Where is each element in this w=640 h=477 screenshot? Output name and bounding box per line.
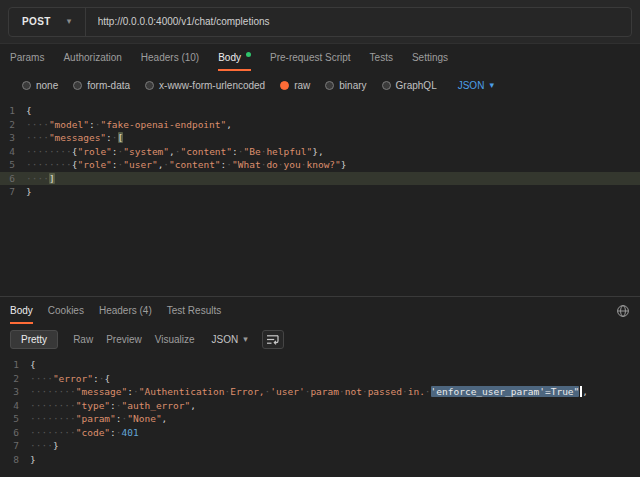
method-select[interactable]: POST ▾ bbox=[9, 8, 86, 36]
tab-body[interactable]: Body bbox=[218, 44, 251, 71]
line-number: 5 bbox=[0, 158, 26, 172]
code-line[interactable]: 3····"messages":·[ bbox=[0, 131, 640, 145]
code-line[interactable]: 6········"code":·401 bbox=[0, 426, 640, 440]
response-tab-cookies[interactable]: Cookies bbox=[48, 297, 84, 324]
wrap-lines-button[interactable] bbox=[262, 330, 284, 349]
postman-window: POST ▾ Params Authorization Headers (10)… bbox=[0, 0, 640, 477]
tab-label: Body bbox=[10, 305, 33, 316]
code-line[interactable]: 2····"model":·"fake-openai-endpoint", bbox=[0, 118, 640, 132]
request-tabs: Params Authorization Headers (10) Body P… bbox=[0, 44, 640, 71]
line-number: 7 bbox=[0, 185, 26, 199]
radio-selected-icon bbox=[280, 81, 289, 90]
code-line[interactable]: 7} bbox=[0, 185, 640, 199]
tab-pre-request-script[interactable]: Pre-request Script bbox=[270, 44, 351, 71]
response-tab-headers[interactable]: Headers (4) bbox=[99, 297, 152, 324]
radio-icon bbox=[325, 81, 334, 90]
tab-label: Tests bbox=[370, 52, 393, 63]
tab-params[interactable]: Params bbox=[10, 44, 44, 71]
code-line[interactable]: 1{ bbox=[0, 358, 640, 372]
tab-headers[interactable]: Headers (10) bbox=[141, 44, 199, 71]
bodytype-graphql[interactable]: GraphQL bbox=[382, 80, 437, 91]
bodytype-x-www-form-urlencoded[interactable]: x-www-form-urlencoded bbox=[145, 80, 265, 91]
view-label: Visualize bbox=[155, 334, 195, 345]
chevron-down-icon: ▾ bbox=[489, 81, 494, 90]
spacer bbox=[236, 297, 616, 324]
tab-label: Pre-request Script bbox=[270, 52, 351, 63]
radio-label: binary bbox=[339, 80, 366, 91]
tab-label: Authorization bbox=[63, 52, 121, 63]
code-line[interactable]: 5········"param":·"None", bbox=[0, 412, 640, 426]
radio-label: none bbox=[36, 80, 58, 91]
request-body-editor[interactable]: 1{2····"model":·"fake-openai-endpoint",3… bbox=[0, 100, 640, 296]
body-type-bar: none form-data x-www-form-urlencoded raw… bbox=[0, 71, 640, 100]
line-number: 8 bbox=[0, 453, 30, 467]
radio-icon bbox=[382, 81, 391, 90]
view-label: Raw bbox=[73, 334, 93, 345]
language-label: JSON bbox=[458, 80, 485, 91]
view-preview-button[interactable]: Preview bbox=[106, 331, 142, 348]
response-tabs: Body Cookies Headers (4) Test Results bbox=[0, 296, 640, 324]
tab-label: Test Results bbox=[167, 305, 221, 316]
line-number: 4 bbox=[0, 399, 30, 413]
tab-tests[interactable]: Tests bbox=[370, 44, 393, 71]
bodytype-none[interactable]: none bbox=[22, 80, 58, 91]
chevron-down-icon: ▾ bbox=[243, 335, 248, 344]
method-label: POST bbox=[22, 16, 51, 27]
code-line[interactable]: 3········"message":·"Authentication·Erro… bbox=[0, 385, 640, 399]
line-number: 1 bbox=[0, 104, 26, 118]
line-number: 3 bbox=[0, 385, 30, 399]
response-toolbar: Pretty Raw Preview Visualize JSON ▾ bbox=[0, 324, 640, 354]
view-label: Preview bbox=[106, 334, 142, 345]
chevron-down-icon: ▾ bbox=[67, 17, 72, 26]
url-control: POST ▾ bbox=[8, 7, 632, 37]
wrap-lines-icon bbox=[266, 334, 279, 345]
language-label: JSON bbox=[212, 334, 239, 345]
url-input[interactable] bbox=[86, 16, 631, 27]
request-language-select[interactable]: JSON ▾ bbox=[458, 80, 494, 91]
code-line[interactable]: 6····] bbox=[0, 172, 640, 186]
line-number: 2 bbox=[0, 372, 30, 386]
response-body-editor[interactable]: 1{2····"error":·{3········"message":·"Au… bbox=[0, 354, 640, 477]
view-pretty-button[interactable]: Pretty bbox=[10, 330, 58, 349]
code-line[interactable]: 1{ bbox=[0, 104, 640, 118]
line-number: 6 bbox=[0, 172, 26, 186]
response-language-select[interactable]: JSON ▾ bbox=[212, 334, 248, 345]
line-number: 6 bbox=[0, 426, 30, 440]
tab-authorization[interactable]: Authorization bbox=[63, 44, 121, 71]
tab-label: Headers (4) bbox=[99, 305, 152, 316]
radio-label: raw bbox=[294, 80, 310, 91]
response-tab-test-results[interactable]: Test Results bbox=[167, 297, 221, 324]
view-raw-button[interactable]: Raw bbox=[73, 331, 93, 348]
view-visualize-button[interactable]: Visualize bbox=[155, 331, 195, 348]
line-number: 3 bbox=[0, 131, 26, 145]
tab-settings[interactable]: Settings bbox=[412, 44, 448, 71]
bodytype-form-data[interactable]: form-data bbox=[73, 80, 130, 91]
radio-icon bbox=[73, 81, 82, 90]
response-tab-body[interactable]: Body bbox=[10, 297, 33, 324]
tab-label: Body bbox=[218, 52, 241, 63]
bodytype-raw[interactable]: raw bbox=[280, 80, 310, 91]
code-line[interactable]: 8} bbox=[0, 453, 640, 467]
bodytype-binary[interactable]: binary bbox=[325, 80, 366, 91]
code-line[interactable]: 4········{"role":·"system",·"content":·"… bbox=[0, 145, 640, 159]
radio-label: GraphQL bbox=[396, 80, 437, 91]
url-bar: POST ▾ bbox=[0, 0, 640, 44]
tab-label: Headers (10) bbox=[141, 52, 199, 63]
radio-icon bbox=[145, 81, 154, 90]
radio-label: form-data bbox=[87, 80, 130, 91]
code-line[interactable]: 5········{"role":·"user",·"content":·"Wh… bbox=[0, 158, 640, 172]
radio-label: x-www-form-urlencoded bbox=[159, 80, 265, 91]
tab-label: Params bbox=[10, 52, 44, 63]
body-content-dot bbox=[246, 52, 251, 57]
code-line[interactable]: 2····"error":·{ bbox=[0, 372, 640, 386]
line-number: 1 bbox=[0, 358, 30, 372]
radio-icon bbox=[22, 81, 31, 90]
view-label: Pretty bbox=[21, 334, 47, 345]
globe-icon[interactable] bbox=[616, 297, 630, 324]
line-number: 2 bbox=[0, 118, 26, 132]
line-number: 7 bbox=[0, 439, 30, 453]
code-line[interactable]: 7····} bbox=[0, 439, 640, 453]
code-line[interactable]: 4········"type":·"auth_error", bbox=[0, 399, 640, 413]
line-number: 4 bbox=[0, 145, 26, 159]
tab-label: Cookies bbox=[48, 305, 84, 316]
